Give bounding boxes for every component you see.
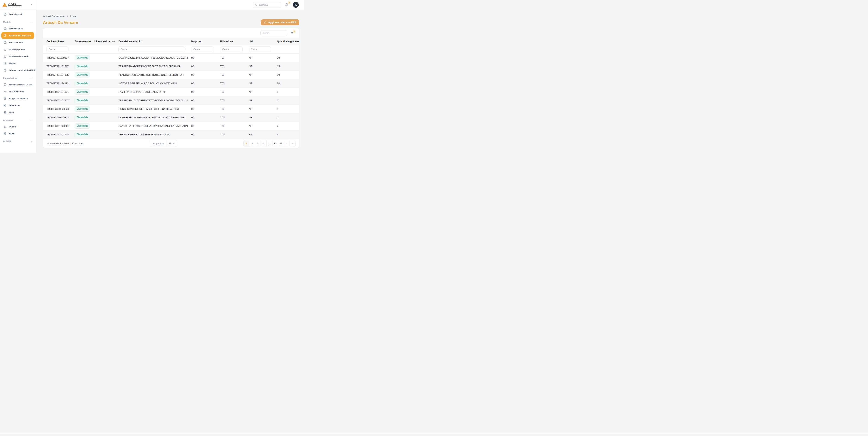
- notifications-button[interactable]: 0: [285, 3, 289, 7]
- chevron-right-icon: [66, 15, 69, 17]
- refresh-erp-button[interactable]: Aggiorna i dati con ERP: [261, 19, 299, 25]
- global-search-input[interactable]: [259, 3, 279, 6]
- list-icon: [3, 62, 7, 65]
- sidebar-item-mail[interactable]: Mail: [1, 109, 34, 116]
- cell-um: NR: [245, 54, 273, 62]
- column-header-4: Descrizione articolo: [115, 38, 188, 45]
- chevron-down-icon: [30, 140, 33, 143]
- cell-qty: 4: [274, 122, 299, 130]
- sidebar-item-versamento[interactable]: Versamento: [1, 39, 34, 46]
- table-header-row: Codice articoloStato versamentoUltimo in…: [43, 38, 299, 45]
- cell-description: MOTORE SEIPEE kW 1,5 4 POLI V.230/400/50…: [115, 79, 188, 88]
- sidebar-item-label: Generale: [9, 104, 20, 107]
- sidebar-item-utenti[interactable]: Utenti: [1, 123, 34, 130]
- sidebar-item-trasferimenti[interactable]: Trasferimenti: [1, 88, 34, 95]
- clipboard-list-icon: [3, 97, 7, 100]
- column-filter-input-5[interactable]: [191, 46, 214, 52]
- pagination-page-4[interactable]: 4: [261, 140, 267, 147]
- table-row[interactable]: TR00183090503877DisponibileCOPERCHIO POT…: [43, 113, 299, 122]
- table-row[interactable]: TR00077421102517DisponibileTRASFORMATORE…: [43, 62, 299, 71]
- sidebar-item-ruoli[interactable]: Ruoli: [1, 130, 34, 137]
- sidebar-item-motivi[interactable]: Motivi: [1, 60, 34, 67]
- table-search-input[interactable]: [263, 32, 285, 34]
- column-filter-field-4[interactable]: [121, 48, 183, 51]
- table-row[interactable]: TR00077421100387DisponibileGUARNIZIONE P…: [43, 54, 299, 62]
- filter-cell-4: [115, 45, 188, 54]
- pagination-page-12[interactable]: 12: [272, 140, 278, 147]
- pagination-page-2[interactable]: 2: [249, 140, 255, 147]
- column-filter-input-1[interactable]: [46, 46, 68, 52]
- cell-description: GUARNIZIONE PARAOLIO TIPO MECCANICO SKF …: [115, 54, 188, 62]
- cell-last_sent: [91, 79, 115, 88]
- sidebar-item-prelievo-odp[interactable]: Prelievo ODP: [1, 46, 34, 53]
- sidebar-item-modula-errori-di-ln[interactable]: Modula Errori Di LN: [1, 81, 34, 88]
- column-filter-input-7[interactable]: [249, 46, 271, 52]
- nav-section-header-impostazioni[interactable]: Impostazioni: [1, 74, 34, 81]
- column-filter-field-1[interactable]: [49, 48, 66, 51]
- table-row[interactable]: TR00077421124105DisponibilePLASTICA PER …: [43, 71, 299, 79]
- cell-code: TR00183091103793: [43, 130, 71, 139]
- chevron-left-icon: [30, 3, 33, 6]
- cell-qty: 30: [274, 54, 299, 62]
- pagination-last-button[interactable]: [290, 140, 296, 147]
- table-row[interactable]: TR00183090503838DisponibileCONSERVATORE …: [43, 105, 299, 113]
- sidebar-item-giacenze-modula-erp[interactable]: Giacenze Modula-ERP: [1, 67, 34, 74]
- cell-code: TR00160331124061: [43, 88, 71, 96]
- table-row[interactable]: TR00077421124113DisponibileMOTORE SEIPEE…: [43, 79, 299, 88]
- column-filter-field-7[interactable]: [251, 48, 269, 51]
- shield-icon: [3, 132, 7, 135]
- pagination-page-13[interactable]: 13: [278, 140, 284, 147]
- pagination-page-1[interactable]: 1: [244, 140, 249, 147]
- cell-last_sent: [91, 88, 115, 96]
- cell-qty: 5: [274, 88, 299, 96]
- per-page-select[interactable]: per pagina 10: [149, 140, 177, 147]
- cell-um: NR: [245, 105, 273, 113]
- column-header-6: Ubicazione: [217, 38, 245, 45]
- column-filter-field-6[interactable]: [222, 48, 241, 51]
- column-filter-input-6[interactable]: [220, 46, 243, 52]
- app-root: AXIS TECHNOLOGIES DashboardModulaWorkord…: [0, 0, 304, 153]
- cell-status: Disponibile: [71, 113, 91, 122]
- search-icon: [255, 3, 258, 6]
- column-header-1: Codice articolo: [43, 38, 71, 45]
- sidebar-item-articoli-da-versare[interactable]: Articoli Da Versare: [1, 32, 34, 39]
- user-avatar[interactable]: A: [293, 2, 299, 8]
- sidebar-item-workorders[interactable]: Workorders: [1, 25, 34, 32]
- cell-status: Disponibile: [71, 71, 91, 79]
- cell-um: NR: [245, 113, 273, 122]
- pagination-next-button[interactable]: [284, 140, 290, 147]
- sidebar-item-label: Prelievo Manuale: [9, 55, 29, 58]
- sidebar-item-label: Prelievo ODP: [9, 48, 25, 51]
- table-row[interactable]: TR00160331124061DisponibileLAMIERA DI SU…: [43, 88, 299, 96]
- sidebar-item-prelievo-manuale[interactable]: Prelievo Manuale: [1, 53, 34, 60]
- global-search[interactable]: [253, 2, 281, 8]
- sidebar-item-generale[interactable]: Generale: [1, 102, 34, 109]
- table-row[interactable]: TR00183091000061DisponibileBANDIERA PER …: [43, 122, 299, 130]
- pagination-ellipsis[interactable]: …: [267, 140, 272, 147]
- cell-last_sent: [91, 130, 115, 139]
- cell-description: LAMIERA DI SUPPORTO DIS. A53747 R0: [115, 88, 188, 96]
- column-filter-field-5[interactable]: [193, 48, 212, 51]
- breadcrumb-item-root[interactable]: Articoli Da Versare: [43, 15, 65, 18]
- sidebar-collapse-button[interactable]: [30, 3, 33, 6]
- table-row[interactable]: TR00175051102507DisponibileTRASFORM. DI …: [43, 96, 299, 105]
- filter-button[interactable]: 0: [290, 32, 294, 35]
- pagination-page-3[interactable]: 3: [255, 140, 261, 147]
- nav-section-header-modula[interactable]: Modula: [1, 18, 34, 25]
- column-filter-input-4[interactable]: [118, 46, 185, 52]
- table-search[interactable]: [260, 30, 287, 36]
- sidebar: AXIS TECHNOLOGIES DashboardModulaWorkord…: [0, 0, 36, 153]
- breadcrumb-item-current: Lista: [70, 15, 76, 18]
- breadcrumb: Articoli Da Versare Lista: [43, 15, 299, 18]
- sidebar-item-label: Motivi: [9, 62, 16, 65]
- nav-section-header-attivit-[interactable]: Attività: [1, 137, 34, 144]
- sidebar-item-dashboard[interactable]: Dashboard: [1, 11, 34, 18]
- tote-icon: [3, 55, 7, 58]
- sidebar-item-registro-attivit-[interactable]: Registro attività: [1, 95, 34, 102]
- notification-count-badge: 0: [288, 1, 291, 4]
- cell-code: TR00183091000061: [43, 122, 71, 130]
- table-row[interactable]: TR00183091103793DisponibileVERNICE PER R…: [43, 130, 299, 139]
- nav-section-header-accesso[interactable]: Accesso: [1, 116, 34, 123]
- cell-code: TR00175051102507: [43, 96, 71, 105]
- cell-description: TRASFORM. DI CORRENTE TOROIDALE 100/1A 1…: [115, 96, 188, 105]
